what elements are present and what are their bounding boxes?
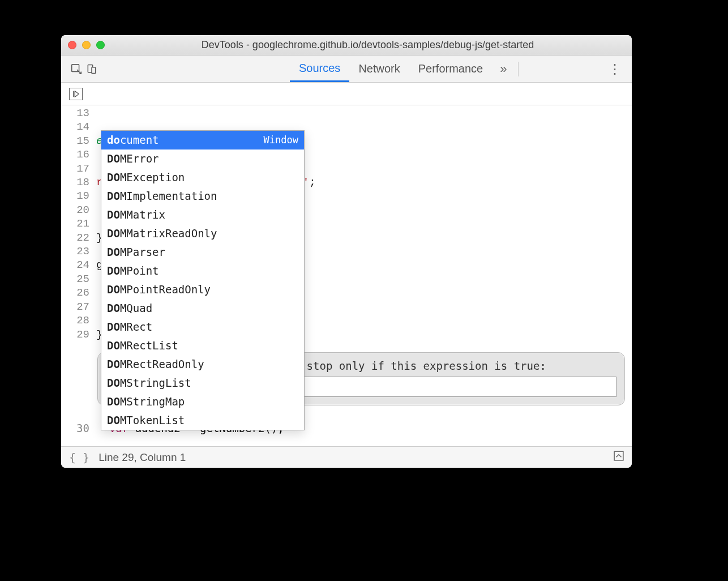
autocomplete-match: DO <box>107 301 120 315</box>
autocomplete-rest: cument <box>120 133 159 147</box>
line-gutter: 1314151617181920212223242526272829 <box>61 105 94 446</box>
autocomplete-item[interactable]: DOMPoint <box>101 262 304 280</box>
autocomplete-rest: MPointReadOnly <box>120 283 211 297</box>
autocomplete-rest: MStringList <box>120 376 191 390</box>
autocomplete-item[interactable]: DOMQuad <box>101 299 304 318</box>
autocomplete-rest: MError <box>120 152 159 166</box>
gutter-30: 30 <box>61 421 94 435</box>
tab-network-label: Network <box>358 62 400 75</box>
autocomplete-match: DO <box>107 376 120 390</box>
autocomplete-match: DO <box>107 395 120 409</box>
tab-sources-label: Sources <box>299 62 340 75</box>
status-bar: { } Line 29, Column 1 <box>61 446 632 468</box>
autocomplete-match: DO <box>107 170 120 185</box>
pretty-print-icon[interactable]: { } <box>69 451 89 464</box>
gutter-line[interactable]: 29 <box>61 328 89 341</box>
gutter-line[interactable]: 25 <box>61 272 89 286</box>
gutter-line[interactable]: 21 <box>61 217 89 230</box>
autocomplete-item[interactable]: DOMError <box>101 149 304 168</box>
tab-sources[interactable]: Sources <box>290 55 349 82</box>
autocomplete-match: do <box>107 133 120 147</box>
autocomplete-item[interactable]: DOMStringMap <box>101 392 304 411</box>
autocomplete-rest: MMatrix <box>120 208 165 222</box>
tab-performance[interactable]: Performance <box>409 55 493 82</box>
autocomplete-item[interactable]: DOMMatrix <box>101 206 304 224</box>
devtools-window: DevTools - googlechrome.github.io/devtoo… <box>61 35 632 468</box>
tabs-overflow-button[interactable]: » <box>492 62 515 76</box>
gutter-line[interactable]: 26 <box>61 286 89 300</box>
autocomplete-item[interactable]: DOMStringList <box>101 374 304 392</box>
autocomplete-rest: MStringMap <box>120 395 185 409</box>
maximize-button[interactable] <box>96 41 105 49</box>
minimize-button[interactable] <box>82 41 91 49</box>
autocomplete-item[interactable]: DOMPointReadOnly <box>101 280 304 299</box>
autocomplete-item[interactable]: documentWindow <box>101 131 304 149</box>
device-mode-icon[interactable] <box>86 63 97 75</box>
gutter-line[interactable]: 14 <box>61 120 89 134</box>
autocomplete-match: DO <box>107 357 120 371</box>
autocomplete-item[interactable]: DOMMatrixReadOnly <box>101 224 304 243</box>
autocomplete-rest: MRectList <box>120 339 178 353</box>
autocomplete-match: DO <box>107 227 120 241</box>
devtools-tabbar: Sources Network Performance » ⋮ <box>61 55 632 83</box>
autocomplete-item[interactable]: DOMImplementation <box>101 187 304 206</box>
traffic-lights <box>68 41 105 49</box>
autocomplete-item[interactable]: DOMRectReadOnly <box>101 355 304 374</box>
sources-toolbar <box>61 83 632 105</box>
svg-rect-2 <box>92 67 96 73</box>
autocomplete-match: DO <box>107 152 120 166</box>
tab-performance-label: Performance <box>418 62 483 75</box>
autocomplete-rest: MRect <box>120 320 152 334</box>
autocomplete-rest: MMatrixReadOnly <box>120 227 217 241</box>
autocomplete-match: DO <box>107 264 120 278</box>
gutter-line[interactable]: 22 <box>61 231 89 245</box>
svg-rect-3 <box>614 451 623 460</box>
code-editor[interactable]: 1314151617181920212223242526272829 ense.… <box>61 105 632 446</box>
gutter-line[interactable]: 24 <box>61 258 89 272</box>
autocomplete-item[interactable]: DOMTokenList <box>101 411 304 430</box>
gutter-line[interactable]: 27 <box>61 300 89 314</box>
cursor-position-label: Line 29, Column 1 <box>99 451 186 464</box>
gutter-line[interactable]: 20 <box>61 203 89 217</box>
gutter-line[interactable]: 17 <box>61 162 89 176</box>
settings-menu-icon[interactable]: ⋮ <box>603 61 626 77</box>
autocomplete-rest: MParser <box>120 245 165 259</box>
titlebar: DevTools - googlechrome.github.io/devtoo… <box>61 35 632 55</box>
autocomplete-item[interactable]: DOMException <box>101 168 304 187</box>
autocomplete-match: DO <box>107 245 120 259</box>
autocomplete-rest: MException <box>120 170 185 185</box>
gutter-line[interactable]: 15 <box>61 134 89 148</box>
autocomplete-rest: MRectReadOnly <box>120 357 204 371</box>
gutter-line[interactable]: 16 <box>61 148 89 161</box>
divider <box>518 62 519 76</box>
gutter-line[interactable]: 13 <box>61 106 89 120</box>
autocomplete-rest: MImplementation <box>120 189 217 203</box>
autocomplete-rest: MPoint <box>120 264 159 278</box>
autocomplete-popup: documentWindowDOMErrorDOMExceptionDOMImp… <box>101 130 305 430</box>
autocomplete-match: DO <box>107 320 120 334</box>
autocomplete-match: DO <box>107 283 120 297</box>
gutter-line[interactable]: 18 <box>61 176 89 189</box>
tab-network[interactable]: Network <box>349 55 409 82</box>
close-button[interactable] <box>68 41 76 49</box>
window-title: DevTools - googlechrome.github.io/devtoo… <box>110 39 625 51</box>
autocomplete-rest: MQuad <box>120 301 152 315</box>
autocomplete-item[interactable]: DOMRect <box>101 318 304 336</box>
autocomplete-match: DO <box>107 413 120 428</box>
gutter-line[interactable]: 28 <box>61 314 89 327</box>
autocomplete-match: DO <box>107 208 120 222</box>
gutter-line[interactable]: 23 <box>61 245 89 258</box>
autocomplete-item[interactable]: DOMRectList <box>101 336 304 355</box>
resume-script-icon[interactable] <box>69 88 83 100</box>
autocomplete-match: DO <box>107 339 120 353</box>
collapse-panel-icon[interactable] <box>614 451 624 464</box>
autocomplete-type-label: Window <box>264 133 298 147</box>
autocomplete-match: DO <box>107 189 120 203</box>
gutter-line[interactable]: 19 <box>61 189 89 203</box>
autocomplete-item[interactable]: DOMParser <box>101 243 304 262</box>
inspect-icon[interactable] <box>67 63 86 75</box>
autocomplete-rest: MTokenList <box>120 413 185 428</box>
